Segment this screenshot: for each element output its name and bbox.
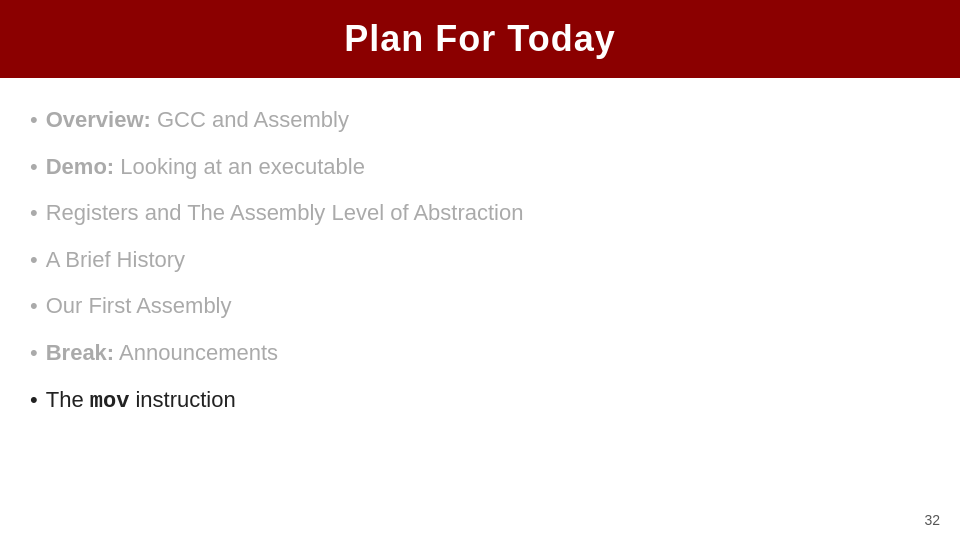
bullet-dot: • (30, 246, 38, 275)
bullet-dot: • (30, 386, 38, 415)
bullet-body-first-assembly: Our First Assembly (46, 292, 232, 321)
bullet-body-break: Announcements (119, 340, 278, 365)
bullet-prefix-demo: Demo: (46, 154, 114, 179)
bullet-item-break: • Break: Announcements (30, 339, 930, 368)
bullet-body-demo: Looking at an executable (120, 154, 365, 179)
bullet-item-demo: • Demo: Looking at an executable (30, 153, 930, 182)
bullet-mono-mov: mov (90, 389, 130, 414)
content-area: • Overview: GCC and Assembly • Demo: Loo… (0, 78, 960, 454)
bullet-prefix-overview: Overview: (46, 107, 151, 132)
bullet-body-brief-history: A Brief History (46, 246, 185, 275)
bullet-text: The mov instruction (46, 386, 236, 417)
bullet-item-brief-history: • A Brief History (30, 246, 930, 275)
bullet-prefix-break: Break: (46, 340, 114, 365)
slide-title: Plan For Today (344, 18, 615, 59)
bullet-dot: • (30, 199, 38, 228)
bullet-dot: • (30, 153, 38, 182)
bullet-item-mov: • The mov instruction (30, 386, 930, 417)
bullet-dot: • (30, 292, 38, 321)
bullet-body-mov: instruction (129, 387, 235, 412)
bullet-prefix-mov: The (46, 387, 90, 412)
bullet-item-overview: • Overview: GCC and Assembly (30, 106, 930, 135)
slide-container: Plan For Today • Overview: GCC and Assem… (0, 0, 960, 540)
bullet-dot: • (30, 339, 38, 368)
bullet-text: Overview: GCC and Assembly (46, 106, 349, 135)
page-number: 32 (924, 512, 940, 528)
bullet-item-first-assembly: • Our First Assembly (30, 292, 930, 321)
bullet-body-overview: GCC and Assembly (157, 107, 349, 132)
bullet-text: Break: Announcements (46, 339, 278, 368)
bullet-dot: • (30, 106, 38, 135)
bullet-item-registers: • Registers and The Assembly Level of Ab… (30, 199, 930, 228)
bullet-body-registers: Registers and The Assembly Level of Abst… (46, 199, 524, 228)
title-bar: Plan For Today (0, 0, 960, 78)
bullet-text: Demo: Looking at an executable (46, 153, 365, 182)
bullet-list: • Overview: GCC and Assembly • Demo: Loo… (30, 106, 930, 416)
